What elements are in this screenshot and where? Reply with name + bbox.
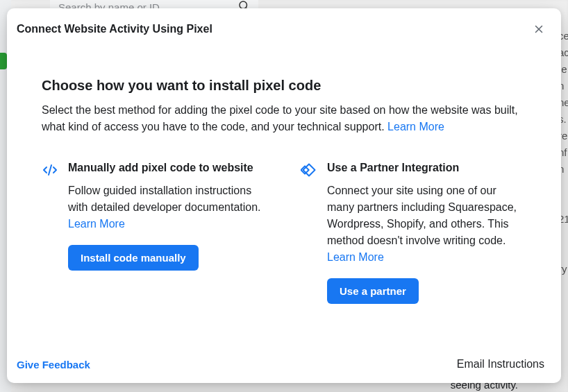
option-partner: Use a Partner Integration Connect your s… <box>301 160 526 304</box>
section-description: Select the best method for adding the pi… <box>42 102 526 135</box>
option-manual-title: Manually add pixel code to website <box>68 160 267 176</box>
modal-header: Connect Website Activity Using Pixel <box>7 8 561 47</box>
email-instructions-link[interactable]: Email Instructions <box>457 358 544 370</box>
svg-line-4 <box>49 165 51 175</box>
option-partner-desc-text: Connect your site using one of our many … <box>327 185 517 246</box>
modal-title: Connect Website Activity Using Pixel <box>17 23 212 35</box>
option-manual-learn-more-link[interactable]: Learn More <box>68 218 125 230</box>
section-heading: Choose how you want to install pixel cod… <box>42 78 526 94</box>
option-partner-description: Connect your site using one of our many … <box>327 182 526 266</box>
code-icon <box>42 160 58 304</box>
use-a-partner-button[interactable]: Use a partner <box>327 278 419 304</box>
close-button[interactable] <box>529 19 549 39</box>
option-manual-content: Manually add pixel code to website Follo… <box>68 160 267 304</box>
option-manual: Manually add pixel code to website Follo… <box>42 160 267 304</box>
modal-footer: Give Feedback Email Instructions <box>7 348 561 383</box>
pixel-install-modal: Connect Website Activity Using Pixel Cho… <box>7 8 561 383</box>
install-code-manually-button[interactable]: Install code manually <box>68 245 199 271</box>
background-green-indicator <box>0 53 7 69</box>
install-options: Manually add pixel code to website Follo… <box>42 160 526 304</box>
close-icon <box>533 23 545 35</box>
option-partner-learn-more-link[interactable]: Learn More <box>327 251 384 263</box>
section-description-text: Select the best method for adding the pi… <box>42 104 518 133</box>
partner-icon <box>301 160 317 304</box>
option-partner-title: Use a Partner Integration <box>327 160 526 176</box>
option-manual-description: Follow guided installation instructions … <box>68 182 267 232</box>
modal-body: Choose how you want to install pixel cod… <box>7 47 561 348</box>
learn-more-link[interactable]: Learn More <box>387 121 444 133</box>
option-partner-content: Use a Partner Integration Connect your s… <box>327 160 526 304</box>
option-manual-desc-text: Follow guided installation instructions … <box>68 185 261 213</box>
svg-point-0 <box>240 1 247 9</box>
give-feedback-link[interactable]: Give Feedback <box>17 359 90 370</box>
svg-rect-6 <box>301 166 308 173</box>
